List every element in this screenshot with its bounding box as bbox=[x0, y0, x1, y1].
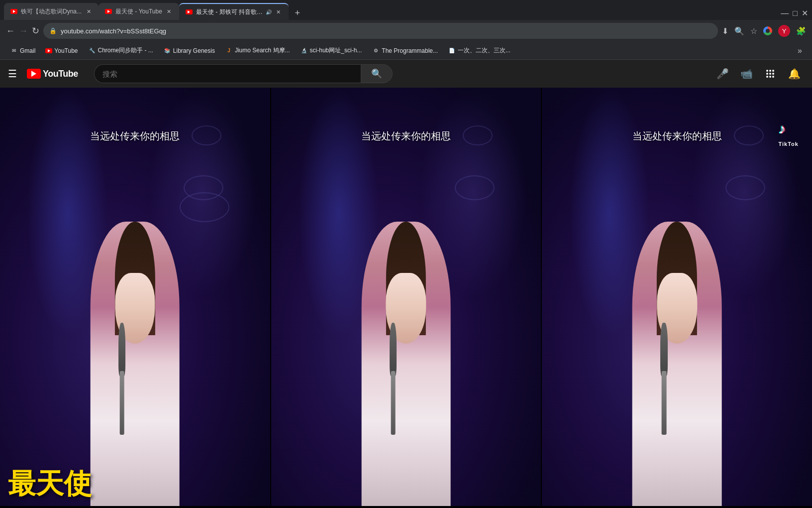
youtube-favicon bbox=[45, 48, 52, 53]
bookmark-youtube[interactable]: YouTube bbox=[41, 45, 82, 56]
tab-3[interactable]: 最天使 - 郑铁可 抖音歌手翻... 🔊 ✕ bbox=[179, 3, 289, 20]
panel-1-singer bbox=[54, 150, 216, 506]
tab-2-title: 最天使 - YouTube bbox=[115, 7, 162, 16]
search-icon[interactable]: 🔍 bbox=[734, 26, 744, 36]
bookmarks-bar: ✉ Gmail YouTube 🔧 Chrome同步助手 - ... 📚 Lib… bbox=[0, 42, 812, 60]
library-genesis-favicon: 📚 bbox=[163, 47, 171, 55]
bookmark-chrome-sync-label: Chrome同步助手 - ... bbox=[98, 46, 153, 55]
hamburger-menu-icon[interactable]: ☰ bbox=[8, 68, 17, 80]
bookmark-gmail-label: Gmail bbox=[20, 47, 35, 54]
download-icon[interactable]: ⬇ bbox=[722, 26, 728, 36]
youtube-logo[interactable]: YouTube bbox=[27, 69, 78, 79]
bookmark-library-genesis[interactable]: 📚 Library Genesis bbox=[159, 45, 219, 57]
tab-3-favicon bbox=[185, 8, 193, 16]
address-right-icons: ⬇ 🔍 ☆ Y 🧩 bbox=[722, 25, 806, 37]
panel-2-subtitle: 当远处传来你的相思 bbox=[361, 129, 451, 143]
header-right-controls: 🎤 📹 🔔 bbox=[712, 64, 804, 84]
bookmark-jiumo-label: Jiumo Search 鸠摩... bbox=[235, 46, 290, 55]
bookmark-youtube-label: YouTube bbox=[54, 47, 78, 54]
tab-1[interactable]: 铁可【动态歌词Dyna... ✕ bbox=[4, 3, 99, 20]
tab-2-close[interactable]: ✕ bbox=[165, 7, 173, 15]
video-frame: 当远处传来你的相思 最天使 bbox=[0, 88, 812, 506]
youtube-header: ☰ YouTube 🔍 🎤 📹 bbox=[0, 60, 812, 88]
tiktok-watermark: ♪ TikTok bbox=[778, 121, 798, 147]
video-panel-3: 当远处传来你的相思 ♪ TikTok bbox=[541, 88, 812, 506]
panel-3-subtitle: 当远处传来你的相思 bbox=[632, 129, 722, 143]
browser-chrome: 铁可【动态歌词Dyna... ✕ 最天使 - YouTube ✕ 最天使 - 郑… bbox=[0, 0, 812, 60]
video-panels: 当远处传来你的相思 最天使 bbox=[0, 88, 812, 506]
profile-icon[interactable]: Y bbox=[778, 25, 790, 37]
tab-2-favicon bbox=[104, 7, 112, 15]
bookmarks-more-button[interactable]: » bbox=[794, 44, 806, 57]
bookmark-gmail[interactable]: ✉ Gmail bbox=[6, 45, 39, 57]
tab-1-title: 铁可【动态歌词Dyna... bbox=[21, 7, 82, 16]
address-text: youtube.com/watch?v=bSSst8tEGqg bbox=[61, 27, 712, 35]
bookmark-library-genesis-label: Library Genesis bbox=[173, 47, 215, 54]
video-content: 当远处传来你的相思 最天使 bbox=[0, 88, 812, 506]
tab-bar: 铁可【动态歌词Dyna... ✕ 最天使 - YouTube ✕ 最天使 - 郑… bbox=[0, 0, 812, 20]
bookmark-scihub[interactable]: 🔬 sci-hub网址_sci-h... bbox=[296, 44, 366, 57]
jiumo-favicon: J bbox=[225, 47, 233, 55]
bookmark-scihub-label: sci-hub网址_sci-h... bbox=[310, 46, 362, 55]
microphone-search-button[interactable]: 🎤 bbox=[712, 64, 732, 84]
lock-icon: 🔒 bbox=[49, 27, 57, 34]
create-button[interactable]: 📹 bbox=[736, 64, 756, 84]
forward-button[interactable]: → bbox=[19, 26, 28, 36]
tab-1-favicon bbox=[10, 7, 18, 15]
video-panel-1: 当远处传来你的相思 最天使 bbox=[0, 88, 270, 506]
address-input[interactable]: 🔒 youtube.com/watch?v=bSSst8tEGqg bbox=[43, 23, 718, 39]
tiktok-brand-text: TikTok bbox=[778, 141, 798, 147]
search-button[interactable]: 🔍 bbox=[361, 64, 393, 83]
bookmark-programmable[interactable]: ⚙ The Programmable... bbox=[368, 45, 442, 57]
bookmark-chrome-sync[interactable]: 🔧 Chrome同步助手 - ... bbox=[84, 44, 157, 57]
bookmark-star-icon[interactable]: ☆ bbox=[750, 26, 757, 36]
notifications-button[interactable]: 🔔 bbox=[784, 64, 804, 84]
video-panel-2: 当远处传来你的相思 bbox=[270, 88, 541, 506]
camera-icon: 📹 bbox=[740, 68, 753, 80]
bell-icon: 🔔 bbox=[788, 68, 801, 80]
new-tab-button[interactable]: + bbox=[291, 6, 304, 20]
panel-1-subtitle: 当远处传来你的相思 bbox=[90, 129, 180, 143]
tab-2[interactable]: 最天使 - YouTube ✕ bbox=[99, 3, 179, 20]
close-window-icon[interactable]: ✕ bbox=[802, 8, 808, 18]
panel-1-body bbox=[91, 222, 180, 506]
tab-3-close[interactable]: ✕ bbox=[275, 8, 283, 16]
programmable-favicon: ⚙ bbox=[372, 47, 380, 55]
search-input[interactable] bbox=[94, 64, 361, 83]
bookmark-extra-label: 一次、二次、三次... bbox=[458, 46, 510, 55]
youtube-logo-icon bbox=[27, 69, 41, 79]
tab-3-title: 最天使 - 郑铁可 抖音歌手翻... bbox=[196, 8, 263, 16]
panel-2-body bbox=[361, 222, 450, 506]
panel-1-mic bbox=[115, 328, 128, 435]
extra-favicon: 📄 bbox=[448, 47, 456, 55]
chrome-icon bbox=[763, 26, 772, 35]
bookmark-jiumo[interactable]: J Jiumo Search 鸠摩... bbox=[221, 44, 294, 57]
panel-3-singer bbox=[596, 150, 758, 506]
back-button[interactable]: ← bbox=[6, 26, 15, 36]
gmail-favicon: ✉ bbox=[10, 47, 18, 55]
search-button-icon: 🔍 bbox=[371, 68, 382, 79]
tab-controls: — □ ✕ bbox=[781, 8, 808, 20]
tiktok-icon: ♪ bbox=[779, 121, 799, 141]
address-bar: ← → ↻ 🔒 youtube.com/watch?v=bSSst8tEGqg … bbox=[0, 20, 812, 42]
grid-icon bbox=[766, 70, 774, 78]
apps-button[interactable] bbox=[760, 64, 780, 84]
mic-icon: 🎤 bbox=[716, 68, 729, 80]
refresh-button[interactable]: ↻ bbox=[32, 25, 39, 36]
scihub-favicon: 🔬 bbox=[300, 47, 308, 55]
panel-2-singer bbox=[325, 150, 487, 506]
bookmark-extra[interactable]: 📄 一次、二次、三次... bbox=[444, 44, 514, 57]
youtube-app: ☰ YouTube 🔍 🎤 📹 bbox=[0, 60, 812, 506]
panel-2-mic bbox=[387, 328, 400, 435]
bookmark-programmable-label: The Programmable... bbox=[382, 47, 438, 54]
maximize-icon[interactable]: □ bbox=[793, 9, 798, 18]
tab-1-close[interactable]: ✕ bbox=[85, 7, 93, 15]
panel-3-body bbox=[632, 222, 721, 506]
panel-1-bottom-text: 最天使 bbox=[8, 470, 92, 498]
extensions-icon[interactable]: 🧩 bbox=[796, 26, 806, 36]
chrome-sync-favicon: 🔧 bbox=[88, 47, 96, 55]
panel-3-mic bbox=[658, 328, 671, 435]
audio-playing-icon: 🔊 bbox=[266, 9, 272, 15]
minimize-icon[interactable]: — bbox=[781, 9, 789, 18]
search-bar: 🔍 bbox=[94, 64, 393, 83]
